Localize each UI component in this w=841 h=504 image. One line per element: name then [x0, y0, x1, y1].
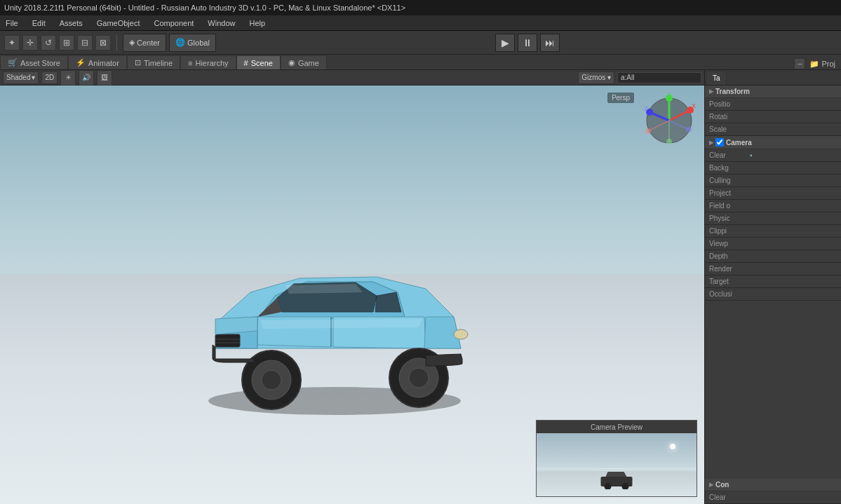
2d-button[interactable]: 2D [41, 71, 58, 84]
tool-transform[interactable]: ⊠ [95, 35, 111, 50]
inspector-tab-bar: Ta [705, 70, 841, 86]
background-row: Backg [705, 162, 841, 175]
menu-edit[interactable]: Edit [29, 18, 48, 29]
scene-background: Persp [0, 86, 704, 504]
tab-asset-store[interactable]: 🛒 Asset Store [0, 55, 68, 69]
svg-point-3 [454, 329, 468, 339]
play-button[interactable]: ▶ [495, 34, 515, 52]
tab-timeline[interactable]: ⊡ Timeline [127, 55, 180, 69]
shaded-dropdown[interactable]: Shaded ▾ [3, 71, 39, 84]
scene-viewport[interactable]: Persp [0, 86, 704, 504]
svg-point-21 [645, 128, 651, 134]
global-button[interactable]: 🌐 Global [169, 34, 216, 52]
separator-1 [116, 35, 117, 50]
clear-row: Clear ▪ [705, 149, 841, 162]
inspector-con-header: ▶ Con [705, 479, 841, 491]
svg-text:X: X [692, 102, 696, 109]
svg-point-25 [686, 127, 692, 132]
gizmos-dropdown[interactable]: Gizmos ▾ [578, 71, 614, 84]
inspector-tab-transform[interactable]: Ta [706, 71, 727, 85]
step-button[interactable]: ⏭ [540, 34, 560, 52]
svg-text:Y: Y [667, 93, 671, 98]
scale-row: Scale [705, 123, 841, 136]
top-tab-bar: 🛒 Asset Store ⚡ Animator ⊡ Timeline ≡ Hi… [0, 55, 841, 70]
global-label: Global [187, 39, 210, 47]
occlusion-row: Occlusi [705, 288, 841, 301]
position-row: Positio [705, 98, 841, 111]
car-model [159, 194, 510, 418]
scene-gizmo[interactable]: X Y Z [641, 93, 697, 149]
viewport-row: Viewp [705, 238, 841, 250]
audio-icon[interactable]: 🔊 [79, 70, 94, 86]
svg-point-9 [262, 370, 281, 390]
menu-file[interactable]: File [3, 18, 21, 29]
camera-preview-title: Camera Preview [537, 421, 697, 433]
toolbar: ✦ ✛ ↺ ⊞ ⊟ ⊠ ◈ Center 🌐 Global ▶ ⏸ ⏭ [0, 31, 841, 55]
center-label: Center [137, 39, 160, 47]
rendering-row: Render [705, 263, 841, 275]
tool-move[interactable]: ✛ [22, 35, 38, 50]
physics-row: Physic [705, 212, 841, 225]
inspector-transform-header: ▶ Transform [705, 86, 841, 98]
tool-hand[interactable]: ✦ [4, 35, 20, 50]
center-button[interactable]: ◈ Center [123, 34, 166, 52]
menu-gameobject[interactable]: GameObject [94, 18, 143, 29]
effects-icon[interactable]: 🖼 [97, 70, 112, 86]
title-bar: Unity 2018.2.21f1 Personal (64bit) - Unt… [0, 0, 841, 15]
global-icon: 🌐 [175, 38, 185, 47]
menu-assets[interactable]: Assets [57, 18, 86, 29]
culling-row: Culling [705, 175, 841, 187]
scene-toolbar: Shaded ▾ 2D ☀ 🔊 🖼 Gizmos ▾ [0, 70, 704, 86]
svg-point-12 [409, 368, 429, 388]
camera-preview-view [537, 433, 697, 496]
depth-row: Depth [705, 250, 841, 263]
main-layout: Shaded ▾ 2D ☀ 🔊 🖼 Gizmos ▾ [0, 70, 841, 504]
camera-enable-checkbox[interactable] [715, 138, 724, 147]
menu-help[interactable]: Help [246, 18, 268, 29]
rotation-row: Rotati [705, 111, 841, 123]
camera-preview: Camera Preview [536, 420, 697, 497]
persp-label: Persp [607, 93, 634, 103]
menu-bar: File Edit Assets GameObject Component Wi… [0, 15, 841, 31]
scene-search-input[interactable] [617, 72, 701, 83]
svg-text:Z: Z [644, 105, 648, 112]
fov-row: Field o [705, 200, 841, 212]
center-icon: ◈ [129, 38, 135, 47]
top-right-controls: ─ 📁 Proj [794, 58, 841, 69]
menu-window[interactable]: Window [205, 18, 238, 29]
scene-area: Shaded ▾ 2D ☀ 🔊 🖼 Gizmos ▾ [0, 70, 704, 504]
svg-rect-4 [215, 334, 240, 347]
tab-animator[interactable]: ⚡ Animator [68, 55, 127, 69]
tool-rect[interactable]: ⊟ [77, 35, 93, 50]
lighting-icon[interactable]: ☀ [60, 70, 76, 86]
pause-button[interactable]: ⏸ [518, 34, 537, 52]
tool-rotate[interactable]: ↺ [41, 35, 56, 50]
title-text: Unity 2018.2.21f1 Personal (64bit) - Unt… [4, 4, 405, 12]
tab-scene[interactable]: # Scene [236, 55, 281, 69]
clipping-row: Clippi [705, 225, 841, 238]
right-inspector: Ta ▶ Transform Positio Rotati Scale ▶ Ca… [704, 70, 841, 504]
tool-scale[interactable]: ⊞ [59, 35, 74, 50]
inspector-camera-header: ▶ Camera [705, 136, 841, 149]
tab-game[interactable]: ◉ Game [281, 55, 327, 69]
menu-component[interactable]: Component [151, 18, 196, 29]
projection-row: Project [705, 187, 841, 200]
panel-collapse-btn[interactable]: ─ [794, 58, 805, 69]
tab-hierarchy[interactable]: ≡ Hierarchy [180, 55, 236, 69]
svg-point-23 [666, 139, 672, 144]
cam-preview-car [598, 468, 636, 489]
con-clear-row: Clear [705, 491, 841, 504]
target-row: Target [705, 275, 841, 288]
